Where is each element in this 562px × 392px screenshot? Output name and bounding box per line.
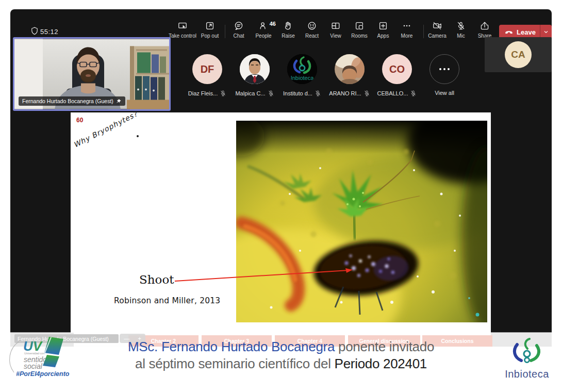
avatar-initials-text: DF [201,63,214,75]
camera-label: Camera [428,33,447,39]
view-button[interactable]: View [324,21,348,39]
self-avatar: CA [505,41,532,68]
react-smiley-icon [307,21,317,31]
camera-off-icon [432,21,442,31]
participant-name: Malpica C... [235,90,265,96]
toolbar-divider [225,25,225,38]
mic-label: Mic [457,33,465,39]
avatar-photo-man [240,54,270,84]
raise-label: Raise [282,33,295,39]
raise-button[interactable]: Raise [276,21,300,39]
people-label: People [255,33,271,39]
view-all-button[interactable]: View all [421,49,468,96]
uv-university-logo: UV Universidad con sentido social #PorEl… [8,335,80,387]
self-video-tile[interactable]: CA [485,37,552,72]
hangup-phone-icon [504,27,514,37]
pop-out-label: Pop out [201,33,219,39]
chat-icon [234,21,244,31]
view-label: View [330,33,341,39]
meeting-timer: 55:12 [40,28,58,36]
banner-text: MSc. Fernando Hurtado Bocanegra ponente … [0,338,562,372]
participant-name: ARANO RI... [329,90,361,96]
mic-off-icon [410,90,417,96]
participant-name: Instituto d... [283,90,312,96]
chat-label: Chat [233,33,244,39]
microscope-photo-moss-shoot [236,121,487,322]
rooms-icon [354,21,365,31]
more-button[interactable]: More [395,21,419,39]
avatar-initials-text: CO [389,63,405,75]
apps-label: Apps [377,33,389,39]
toolbar-divider [423,25,424,38]
avatar-initials: DF [192,54,222,84]
mic-off-icon [363,90,370,96]
screenshot-root: 55:12 Take control Pop out Chat 46 Peopl… [0,0,562,392]
avatar-initials: CO [382,54,412,84]
chat-button[interactable]: Chat [227,21,251,39]
banner-period: Periodo 202401 [335,356,427,371]
inbioteca-logo: Inbioteca [500,338,554,384]
uv-small-line: Universidad con [24,352,44,355]
banner-line2-start: al séptimo seminario científico del [135,356,335,371]
participant-arano[interactable]: ARANO RI... [326,49,373,96]
more-label: More [401,33,413,39]
shield-icon [30,26,39,36]
leave-label: Leave [517,28,536,36]
shared-slide: 60 Why Bryophytes? [71,112,491,347]
mic-off-icon [268,90,274,96]
avatar-photo [240,54,270,84]
inbioteca-wordmark: Inbioteca [505,368,549,380]
rooms-label: Rooms [351,33,368,39]
participant-malpica[interactable]: Malpica C... [231,49,278,96]
apps-button[interactable]: Apps [371,21,395,39]
react-button[interactable]: React [300,21,324,39]
callout-arrow [173,264,355,285]
participant-name: CEBALLO... [377,90,408,96]
self-initials: CA [511,49,525,60]
mic-off-icon [315,90,321,96]
avatar-inbioteca-logo: Inbioteca [287,54,317,84]
people-count: 46 [270,21,276,27]
avatar-photo-woman [335,54,365,84]
participant-diaz[interactable]: DF Diaz Fleis... [184,49,231,96]
people-button[interactable]: 46 People [251,21,276,39]
share-button[interactable]: Share [473,21,496,39]
pop-out-button[interactable]: Pop out [197,21,223,39]
participants-strip: DF Diaz Fleis... Malpica C. [184,49,472,96]
take-control-label: Take control [169,33,196,39]
uv-tagline-2: social [24,362,43,370]
take-control-icon [177,21,188,31]
presenter-video-tile[interactable]: Fernando Hurtado Bocanegra (Guest) [13,37,171,111]
take-control-button[interactable]: Take control [168,21,197,39]
react-label: React [305,33,319,39]
presenter-name: Fernando Hurtado Bocanegra (Guest) [22,98,113,104]
view-all-circle [429,54,459,84]
mic-off-icon [456,21,466,31]
slide-number: 60 [76,117,83,124]
shoot-callout-label: Shoot [139,273,174,286]
view-all-label: View all [435,90,454,96]
chevron-down-icon [543,29,549,35]
raise-hand-icon [283,21,293,31]
banner-speaker-name: MSc. Fernando Hurtado Bocanegra [128,339,335,354]
participant-name: Diaz Fleis... [188,90,218,96]
citation-text: Robinson and Miller, 2013 [114,296,220,305]
mic-off-icon [220,90,226,96]
people-icon: 46 [258,21,269,31]
banner-line-1: MSc. Fernando Hurtado Bocanegra ponente … [0,338,562,355]
apps-icon [378,21,388,31]
annotation-dot [137,135,139,137]
banner-line-2: al séptimo seminario científico del Peri… [0,355,562,372]
more-ellipsis-icon [402,21,412,31]
participant-ceballos[interactable]: CO CEBALLO... [373,49,421,96]
camera-button[interactable]: Camera [426,21,449,39]
avatar-logo: Inbioteca [287,54,317,84]
presenter-name-label: Fernando Hurtado Bocanegra (Guest) [19,96,125,106]
mic-button[interactable]: Mic [450,21,472,39]
uv-hashtag: #PorEl4porciento [16,370,70,378]
participant-instituto[interactable]: Inbioteca Instituto d... [278,49,326,96]
view-icon [330,21,341,31]
avatar-photo [335,54,365,84]
ellipsis-icon [439,68,450,71]
rooms-button[interactable]: Rooms [348,21,371,39]
